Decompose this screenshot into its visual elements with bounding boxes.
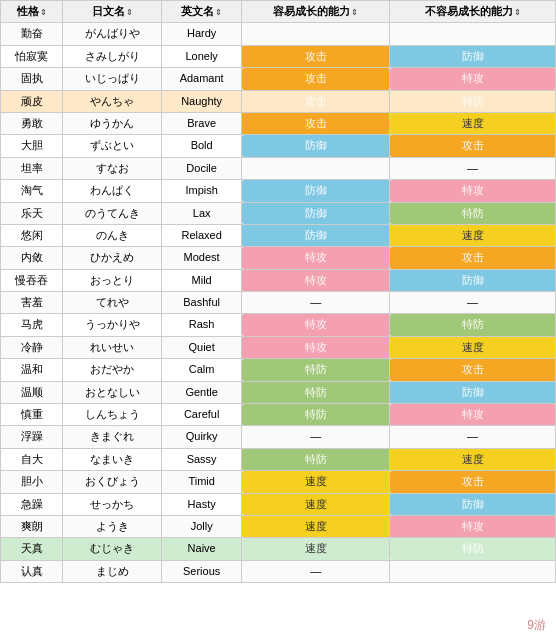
easy-stat: 特防	[242, 404, 390, 426]
table-row: 胆小おくびょうTimid速度攻击	[1, 471, 556, 493]
nature-en: Relaxed	[161, 224, 242, 246]
nature-en: Modest	[161, 247, 242, 269]
table-row: 温和おだやかCalm特防攻击	[1, 359, 556, 381]
hard-stat: 特防	[390, 202, 556, 224]
hard-stat: 速度	[390, 224, 556, 246]
table-row: 大胆ずぶといBold防御攻击	[1, 135, 556, 157]
easy-stat: 攻击	[242, 68, 390, 90]
nature-name: 大胆	[1, 135, 63, 157]
nature-jp: すなお	[63, 157, 162, 179]
nature-name: 坦率	[1, 157, 63, 179]
nature-name: 淘气	[1, 180, 63, 202]
nature-en: Jolly	[161, 515, 242, 537]
nature-en: Bold	[161, 135, 242, 157]
nature-name: 冷静	[1, 336, 63, 358]
nature-name: 爽朗	[1, 515, 63, 537]
hard-stat: 攻击	[390, 247, 556, 269]
nature-en: Lax	[161, 202, 242, 224]
nature-en: Brave	[161, 112, 242, 134]
nature-jp: ゆうかん	[63, 112, 162, 134]
easy-stat: 防御	[242, 202, 390, 224]
nature-en: Lonely	[161, 45, 242, 67]
table-row: 慢吞吞おっとりMild特攻防御	[1, 269, 556, 291]
nature-jp: のんき	[63, 224, 162, 246]
col-header-1: 日文名⇕	[63, 1, 162, 23]
nature-name: 勤奋	[1, 23, 63, 45]
hard-stat: 防御	[390, 493, 556, 515]
nature-name: 温和	[1, 359, 63, 381]
hard-stat: 防御	[390, 269, 556, 291]
table-row: 急躁せっかちHasty速度防御	[1, 493, 556, 515]
nature-name: 自大	[1, 448, 63, 470]
nature-en: Rash	[161, 314, 242, 336]
table-row: 淘气わんぱくImpish防御特攻	[1, 180, 556, 202]
easy-stat: 攻击	[242, 90, 390, 112]
nature-name: 浮躁	[1, 426, 63, 448]
table-row: 天真むじゃきNaive速度特防	[1, 538, 556, 560]
nature-en: Timid	[161, 471, 242, 493]
easy-stat: 速度	[242, 538, 390, 560]
hard-stat: 特防	[390, 90, 556, 112]
nature-jp: まじめ	[63, 560, 162, 582]
hard-stat: 特攻	[390, 515, 556, 537]
nature-en: Sassy	[161, 448, 242, 470]
hard-stat: —	[390, 292, 556, 314]
nature-jp: なまいき	[63, 448, 162, 470]
sort-icon[interactable]: ⇕	[215, 7, 222, 18]
hard-stat: 速度	[390, 448, 556, 470]
nature-jp: がんばりや	[63, 23, 162, 45]
sort-icon[interactable]: ⇕	[514, 7, 521, 18]
nature-name: 慢吞吞	[1, 269, 63, 291]
nature-jp: むじゃき	[63, 538, 162, 560]
nature-jp: おだやか	[63, 359, 162, 381]
hard-stat: 攻击	[390, 135, 556, 157]
nature-name: 害羞	[1, 292, 63, 314]
easy-stat: 特防	[242, 448, 390, 470]
nature-jp: おとなしい	[63, 381, 162, 403]
easy-stat	[242, 23, 390, 45]
table-row: 坦率すなおDocile—	[1, 157, 556, 179]
table-row: 马虎うっかりやRash特攻特防	[1, 314, 556, 336]
sort-icon[interactable]: ⇕	[351, 7, 358, 18]
easy-stat: 特攻	[242, 314, 390, 336]
sort-icon[interactable]: ⇕	[40, 7, 47, 18]
nature-name: 顽皮	[1, 90, 63, 112]
sort-icon[interactable]: ⇕	[126, 7, 133, 18]
nature-name: 悠闲	[1, 224, 63, 246]
easy-stat: 防御	[242, 224, 390, 246]
nature-jp: しんちょう	[63, 404, 162, 426]
nature-jp: きまぐれ	[63, 426, 162, 448]
easy-stat: 特攻	[242, 269, 390, 291]
hard-stat: 攻击	[390, 471, 556, 493]
table-row: 认真まじめSerious—	[1, 560, 556, 582]
nature-en: Quiet	[161, 336, 242, 358]
nature-name: 怕寂寞	[1, 45, 63, 67]
table-row: 内敛ひかえめModest特攻攻击	[1, 247, 556, 269]
easy-stat: —	[242, 426, 390, 448]
table-row: 爽朗ようきJolly速度特攻	[1, 515, 556, 537]
nature-name: 乐天	[1, 202, 63, 224]
nature-en: Bashful	[161, 292, 242, 314]
easy-stat: 攻击	[242, 45, 390, 67]
nature-en: Naughty	[161, 90, 242, 112]
nature-jp: ようき	[63, 515, 162, 537]
nature-jp: うっかりや	[63, 314, 162, 336]
hard-stat: —	[390, 157, 556, 179]
nature-name: 内敛	[1, 247, 63, 269]
nature-en: Serious	[161, 560, 242, 582]
table-row: 勤奋がんばりやHardy	[1, 23, 556, 45]
nature-jp: のうてんき	[63, 202, 162, 224]
easy-stat	[242, 157, 390, 179]
table-row: 自大なまいきSassy特防速度	[1, 448, 556, 470]
hard-stat: 防御	[390, 45, 556, 67]
table-row: 悠闲のんきRelaxed防御速度	[1, 224, 556, 246]
easy-stat: 特防	[242, 381, 390, 403]
easy-stat: 速度	[242, 515, 390, 537]
nature-name: 慎重	[1, 404, 63, 426]
nature-name: 温顺	[1, 381, 63, 403]
table-row: 乐天のうてんきLax防御特防	[1, 202, 556, 224]
hard-stat	[390, 560, 556, 582]
easy-stat: 防御	[242, 180, 390, 202]
nature-jp: てれや	[63, 292, 162, 314]
col-header-2: 英文名⇕	[161, 1, 242, 23]
